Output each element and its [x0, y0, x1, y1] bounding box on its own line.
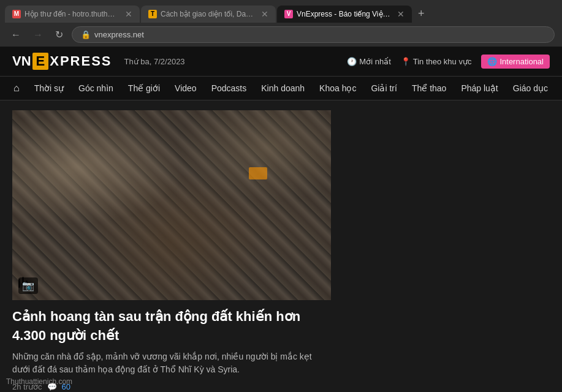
tab3-close[interactable]: ✕ — [397, 9, 404, 19]
moi-nhat-label: Mới nhất — [359, 57, 390, 66]
back-button[interactable]: ← — [7, 27, 25, 43]
tab3-label: VnExpress - Báo tiếng Việt nhiều... — [297, 10, 391, 18]
logo-vn: VN — [12, 53, 31, 69]
tab2-favicon: T — [148, 10, 157, 18]
browser-tab-2[interactable]: T Cách bật giao diện tối, Dark Mo... ✕ — [141, 6, 276, 23]
nav-home-icon[interactable]: ⌂ — [6, 77, 27, 100]
nav-item-phap-luat[interactable]: Pháp luật — [454, 77, 505, 99]
tab2-label: Cách bật giao diện tối, Dark Mo... — [161, 10, 255, 18]
nav-item-thoi-su[interactable]: Thời sự — [27, 77, 71, 99]
international-button[interactable]: 🌐 International — [481, 55, 550, 69]
tin-theo-khu-vuc-label: Tin theo khu vực — [413, 57, 472, 66]
tab1-close[interactable]: ✕ — [125, 9, 132, 19]
tab1-favicon: M — [12, 10, 21, 18]
nav-item-kinh-doanh[interactable]: Kinh doanh — [254, 77, 312, 99]
featured-section: 📷 Cảnh hoang tàn sau trận động đất khiến… — [12, 110, 550, 392]
nav-item-giao-duc[interactable]: Giáo dục — [506, 77, 555, 99]
tab2-close[interactable]: ✕ — [261, 9, 268, 19]
content-area: 📷 Cảnh hoang tàn sau trận động đất khiến… — [0, 110, 562, 392]
header-right: 🕐 Mới nhất 📍 Tin theo khu vực 🌐 Internat… — [347, 55, 550, 69]
nav-item-podcasts[interactable]: Podcasts — [204, 77, 254, 99]
nav-item-the-gioi[interactable]: Thế giới — [121, 77, 167, 99]
camera-icon: 📷 — [22, 281, 34, 291]
moi-nhat-link[interactable]: 🕐 Mới nhất — [347, 57, 390, 66]
tab3-favicon: V — [284, 10, 293, 18]
nav-item-giai-tri[interactable]: Giải trí — [363, 77, 404, 99]
featured-description: Những căn nhà đổ sập, mảnh vỡ vương vãi … — [12, 350, 331, 376]
clock-icon: 🕐 — [347, 57, 357, 66]
featured-image: 📷 — [12, 110, 331, 300]
address-bar[interactable]: 🔒 vnexpress.net — [72, 26, 555, 43]
featured-article[interactable]: 📷 Cảnh hoang tàn sau trận động đất khiến… — [12, 110, 331, 392]
camera-badge: 📷 — [18, 277, 38, 294]
tab-bar: M Hộp thư đến - hotro.thuthuattien... ✕ … — [0, 0, 562, 23]
logo-xpress: XPRESS — [50, 53, 112, 69]
forward-button[interactable]: → — [29, 27, 47, 43]
new-tab-button[interactable]: + — [413, 5, 430, 23]
reload-button[interactable]: ↻ — [51, 26, 67, 43]
nav-item-goc-nhin[interactable]: Góc nhìn — [71, 77, 121, 99]
lock-icon: 🔒 — [81, 30, 91, 39]
watermark: Thuthuattienich.com — [6, 377, 72, 386]
international-label: International — [499, 57, 544, 66]
nav-bar: ← → ↻ 🔒 vnexpress.net — [0, 23, 562, 47]
browser-tab-1[interactable]: M Hộp thư đến - hotro.thuthuattien... ✕ — [5, 6, 140, 23]
site-header: VN E XPRESS Thứ ba, 7/2/2023 🕐 Mới nhất … — [0, 47, 562, 77]
nav-item-the-thao[interactable]: Thể thao — [404, 77, 454, 99]
logo-e: E — [32, 53, 49, 70]
header-date: Thứ ba, 7/2/2023 — [124, 57, 185, 66]
tab1-label: Hộp thư đến - hotro.thuthuattien... — [25, 10, 119, 18]
flag-icon: 🌐 — [487, 57, 497, 66]
nav-item-video[interactable]: Video — [167, 77, 204, 99]
tin-theo-khu-vuc-link[interactable]: 📍 Tin theo khu vực — [401, 57, 472, 66]
browser-tab-3[interactable]: V VnExpress - Báo tiếng Việt nhiều... ✕ — [277, 6, 412, 23]
nav-item-khoa-hoc[interactable]: Khoa học — [312, 77, 363, 99]
nav-menu: ⌂ Thời sự Góc nhìn Thế giới Video Podcas… — [0, 77, 562, 100]
featured-title: Cảnh hoang tàn sau trận động đất khiến h… — [12, 307, 331, 345]
nav-item-suc-khoe[interactable]: Sức khoẻ — [555, 77, 562, 99]
browser-chrome: M Hộp thư đến - hotro.thuthuattien... ✕ … — [0, 0, 562, 47]
rubble-scene — [12, 110, 331, 300]
address-text: vnexpress.net — [94, 30, 144, 39]
location-icon: 📍 — [401, 57, 411, 66]
site-logo[interactable]: VN E XPRESS — [12, 53, 112, 70]
